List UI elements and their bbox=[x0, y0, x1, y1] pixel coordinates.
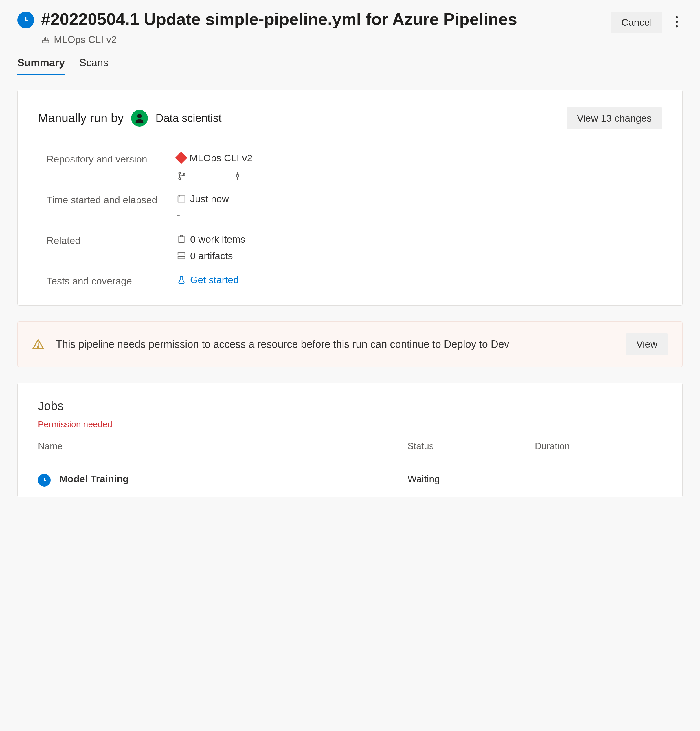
col-name: Name bbox=[38, 441, 407, 452]
status-running-icon bbox=[18, 12, 34, 28]
status-running-icon bbox=[38, 474, 51, 487]
svg-rect-13 bbox=[178, 257, 185, 259]
more-vertical-icon bbox=[675, 15, 679, 28]
more-options-button[interactable] bbox=[671, 12, 682, 33]
svg-rect-12 bbox=[178, 252, 185, 255]
repo-name: MLOps CLI v2 bbox=[190, 152, 252, 164]
pipeline-name: MLOps CLI v2 bbox=[54, 34, 117, 45]
time-started: Just now bbox=[190, 193, 229, 204]
artifact-icon bbox=[177, 251, 186, 260]
tests-label: Tests and coverage bbox=[47, 274, 174, 288]
jobs-table-header: Name Status Duration bbox=[18, 441, 682, 461]
summary-meta: Repository and version MLOps CLI v2 Time… bbox=[47, 152, 662, 288]
branch-icon[interactable] bbox=[177, 171, 187, 181]
svg-rect-0 bbox=[42, 40, 48, 43]
jobs-permission-needed: Permission needed bbox=[18, 419, 682, 441]
tab-summary[interactable]: Summary bbox=[18, 57, 65, 75]
tab-scans[interactable]: Scans bbox=[79, 57, 108, 75]
time-elapsed: - bbox=[177, 210, 662, 221]
permission-banner-text: This pipeline needs permission to access… bbox=[56, 337, 614, 352]
flask-icon bbox=[177, 275, 186, 285]
svg-point-5 bbox=[179, 172, 181, 174]
table-row[interactable]: Model Training Waiting bbox=[18, 461, 682, 497]
related-label: Related bbox=[47, 234, 174, 261]
avatar[interactable] bbox=[131, 110, 148, 126]
pipeline-icon bbox=[41, 35, 50, 44]
tabs: Summary Scans bbox=[18, 57, 682, 75]
svg-rect-9 bbox=[178, 196, 185, 202]
job-name: Model Training bbox=[59, 473, 129, 484]
svg-point-6 bbox=[179, 178, 181, 179]
summary-card: Manually run by Data scientist View 13 c… bbox=[18, 90, 682, 306]
page-title: #20220504.1 Update simple-pipeline.yml f… bbox=[41, 9, 604, 30]
pipeline-name-row[interactable]: MLOps CLI v2 bbox=[41, 34, 604, 45]
person-icon bbox=[134, 112, 145, 124]
jobs-heading: Jobs bbox=[18, 399, 682, 419]
artifacts-link[interactable]: 0 artifacts bbox=[177, 250, 662, 261]
commit-icon[interactable] bbox=[233, 171, 242, 181]
page-header: #20220504.1 Update simple-pipeline.yml f… bbox=[18, 9, 682, 45]
header-actions: Cancel bbox=[611, 12, 682, 33]
repo-icon bbox=[175, 152, 187, 164]
title-block: #20220504.1 Update simple-pipeline.yml f… bbox=[41, 9, 604, 45]
permission-view-button[interactable]: View bbox=[626, 333, 668, 355]
warning-icon bbox=[32, 338, 44, 351]
jobs-card: Jobs Permission needed Name Status Durat… bbox=[18, 383, 682, 497]
svg-point-1 bbox=[676, 16, 678, 18]
svg-point-14 bbox=[38, 346, 39, 348]
run-by-row: Manually run by Data scientist View 13 c… bbox=[38, 107, 662, 129]
run-by-label: Manually run by bbox=[38, 111, 124, 125]
view-changes-button[interactable]: View 13 changes bbox=[567, 107, 662, 129]
time-label: Time started and elapsed bbox=[47, 193, 174, 221]
svg-point-3 bbox=[676, 25, 678, 27]
svg-point-2 bbox=[676, 21, 678, 23]
work-items-link[interactable]: 0 work items bbox=[177, 234, 662, 245]
cancel-button[interactable]: Cancel bbox=[611, 12, 662, 33]
repo-link[interactable]: MLOps CLI v2 bbox=[177, 152, 662, 164]
tests-get-started-link[interactable]: Get started bbox=[190, 274, 239, 286]
col-duration: Duration bbox=[535, 441, 662, 452]
col-status: Status bbox=[407, 441, 535, 452]
clipboard-icon bbox=[177, 235, 186, 244]
repo-label: Repository and version bbox=[47, 152, 174, 181]
artifacts-count: 0 artifacts bbox=[190, 250, 233, 261]
calendar-icon bbox=[177, 194, 186, 203]
svg-point-8 bbox=[236, 174, 239, 177]
svg-point-4 bbox=[138, 114, 142, 119]
run-by-name[interactable]: Data scientist bbox=[155, 112, 221, 125]
work-items-count: 0 work items bbox=[190, 234, 245, 245]
permission-banner: This pipeline needs permission to access… bbox=[18, 321, 682, 367]
job-status: Waiting bbox=[407, 473, 535, 484]
